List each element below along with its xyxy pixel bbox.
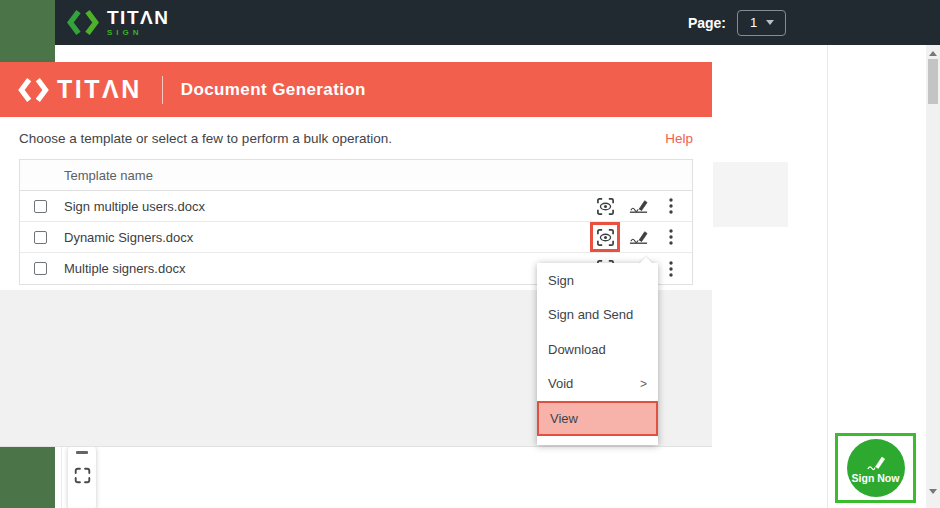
page-label: Page: [688, 15, 726, 31]
titan-chevrons-icon-white [18, 77, 49, 103]
page-select-value: 1 [750, 15, 757, 30]
menu-item-sign-and-send[interactable]: Sign and Send [537, 298, 658, 333]
more-options-icon[interactable] [660, 226, 682, 248]
modal-title: Document Generation [181, 80, 366, 100]
table-header: Template name [20, 160, 692, 191]
submenu-arrow-icon: > [640, 377, 647, 391]
more-options-icon[interactable] [660, 258, 682, 280]
row-context-menu: Sign Sign and Send Download Void > View [537, 263, 658, 445]
preview-icon[interactable] [594, 195, 616, 217]
header-divider [162, 76, 163, 104]
sign-pen-icon[interactable] [627, 195, 649, 217]
sign-pen-icon[interactable] [627, 226, 649, 248]
template-name: Sign multiple users.docx [64, 199, 583, 214]
titan-logo: TITΛN SIGN [66, 8, 169, 37]
zoom-out-icon[interactable] [76, 451, 88, 454]
scroll-up-arrow-icon[interactable] [929, 51, 937, 56]
scroll-down-arrow-icon[interactable] [929, 489, 937, 494]
template-name: Multiple signers.docx [64, 261, 583, 276]
table-row[interactable]: Dynamic Signers.docx [20, 222, 692, 253]
menu-item-download[interactable]: Download [537, 332, 658, 367]
table-row[interactable]: Sign multiple users.docx [20, 191, 692, 222]
menu-item-sign[interactable]: Sign [537, 263, 658, 298]
pen-icon [865, 454, 887, 472]
preview-icon-highlighted[interactable] [594, 226, 616, 248]
brand-sub: SIGN [107, 29, 169, 37]
sign-now-annotation-box: Sign Now [835, 433, 916, 503]
instruction-text: Choose a template or select a few to per… [19, 131, 392, 146]
top-navbar: TITΛN SIGN Page: 1 [55, 0, 940, 45]
viewer-toolbar [68, 443, 96, 508]
page-column-divider [827, 45, 828, 508]
titan-chevrons-icon [66, 9, 100, 36]
app-window: TITΛN SIGN Page: 1 [0, 0, 940, 508]
template-name: Dynamic Signers.docx [64, 230, 583, 245]
chevron-down-icon [766, 20, 774, 25]
fullscreen-icon[interactable] [74, 467, 91, 484]
scrollbar-thumb[interactable] [928, 59, 938, 104]
row-checkbox[interactable] [34, 231, 47, 244]
modal-brand: TITΛN [57, 75, 142, 104]
document-placeholder [713, 162, 788, 227]
more-options-icon[interactable] [660, 195, 682, 217]
brand-name: TITΛN [107, 8, 169, 27]
content-edge-line [61, 447, 62, 508]
menu-item-void[interactable]: Void > [537, 367, 658, 402]
vertical-scrollbar[interactable] [926, 45, 940, 508]
modal-header: TITΛN Document Generation [0, 62, 712, 117]
sign-now-button[interactable]: Sign Now [847, 439, 905, 497]
menu-item-view-highlighted[interactable]: View [537, 401, 658, 436]
row-checkbox[interactable] [34, 200, 47, 213]
page-select-dropdown[interactable]: 1 [737, 10, 786, 36]
row-checkbox[interactable] [34, 262, 47, 275]
help-link[interactable]: Help [665, 131, 693, 146]
sign-now-label: Sign Now [852, 472, 900, 484]
